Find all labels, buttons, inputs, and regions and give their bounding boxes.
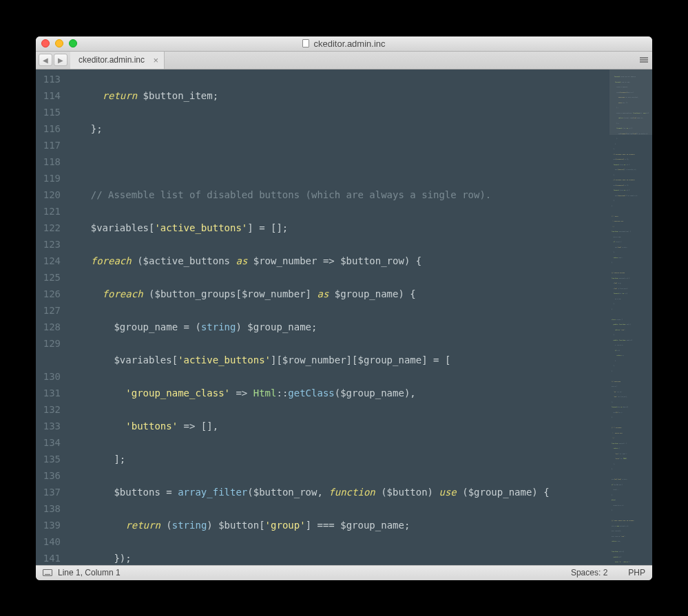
tab-active[interactable]: ckeditor.admin.inc × <box>70 52 165 69</box>
code-line[interactable]: 'group_name_class' => Html::getClass($gr… <box>67 385 609 401</box>
code-content[interactable]: return $button_item; }; // Assemble list… <box>67 70 609 565</box>
lineno[interactable]: 123 <box>36 236 61 253</box>
status-position[interactable]: Line 1, Column 1 <box>58 568 121 577</box>
lineno[interactable]: 118 <box>36 153 61 170</box>
traffic-lights <box>36 39 77 47</box>
code-line[interactable]: foreach ($button_groups[$row_number] as … <box>67 286 609 302</box>
lineno[interactable]: 139 <box>36 517 61 533</box>
lineno[interactable]: 137 <box>36 484 61 500</box>
lineno[interactable]: 131 <box>36 385 61 401</box>
code-line[interactable]: ]; <box>67 451 609 467</box>
lineno[interactable]: 119 <box>36 170 61 187</box>
code-line[interactable]: }); <box>67 550 609 565</box>
status-bar: Line 1, Column 1 Spaces: 2 PHP <box>36 565 652 580</box>
window-title-text: ckeditor.admin.inc <box>313 39 385 49</box>
code-line[interactable]: }; <box>67 120 609 137</box>
lineno[interactable]: 115 <box>36 104 61 120</box>
editor-window: ckeditor.admin.inc ◀ ▶ ckeditor.admin.in… <box>36 36 652 580</box>
lineno[interactable]: 113 <box>36 71 61 87</box>
lineno[interactable]: 116 <box>36 120 61 137</box>
minimap[interactable]: foreach xxxx xxx xx xxxxxx foreach xxx x… <box>609 70 652 565</box>
code-line[interactable]: // Assemble list of disabled buttons (wh… <box>67 187 609 203</box>
lineno[interactable]: 133 <box>36 418 61 434</box>
lineno[interactable]: 114 <box>36 87 61 104</box>
titlebar[interactable]: ckeditor.admin.inc <box>36 36 652 52</box>
code-line[interactable] <box>67 153 609 170</box>
editor-area[interactable]: 113 114 115 116 117 118 119 120 121 122 … <box>36 70 652 565</box>
lineno[interactable]: 120 <box>36 187 61 203</box>
lineno[interactable]: 122 <box>36 220 61 236</box>
tab-overflow-button[interactable] <box>636 52 652 69</box>
lineno[interactable]: 127 <box>36 302 61 319</box>
lineno[interactable]: 126 <box>36 286 61 302</box>
status-syntax[interactable]: PHP <box>628 568 645 577</box>
lineno[interactable]: 129 <box>36 335 61 352</box>
code-line[interactable]: return (string) $button['group'] === $gr… <box>67 517 609 533</box>
minimap-viewport[interactable] <box>609 70 652 135</box>
code-line[interactable]: $buttons = array_filter($button_row, fun… <box>67 484 609 500</box>
document-icon <box>302 39 309 47</box>
tab-bar: ◀ ▶ ckeditor.admin.inc × <box>36 52 652 70</box>
panel-icon[interactable] <box>43 569 52 576</box>
line-number-gutter[interactable]: 113 114 115 116 117 118 119 120 121 122 … <box>36 70 67 565</box>
lineno[interactable]: 128 <box>36 319 61 335</box>
code-line[interactable]: foreach ($active_buttons as $row_number … <box>67 253 609 269</box>
status-indent[interactable]: Spaces: 2 <box>571 568 607 577</box>
zoom-icon[interactable] <box>69 39 77 47</box>
lineno[interactable]: 138 <box>36 500 61 517</box>
lineno[interactable]: 140 <box>36 533 61 550</box>
tab-filler[interactable] <box>165 52 636 69</box>
lineno[interactable]: 121 <box>36 203 61 220</box>
lineno[interactable]: 124 <box>36 253 61 269</box>
tab-label: ckeditor.admin.inc <box>79 55 145 65</box>
tab-close-icon[interactable]: × <box>153 55 158 65</box>
nav-forward-button[interactable]: ▶ <box>54 54 67 66</box>
code-line[interactable]: $group_name = (string) $group_name; <box>67 319 609 335</box>
minimize-icon[interactable] <box>55 39 63 47</box>
code-line[interactable]: $variables['active_buttons'][$row_number… <box>67 352 609 368</box>
lineno[interactable]: 134 <box>36 434 61 451</box>
lineno[interactable] <box>36 352 61 368</box>
lineno[interactable]: 136 <box>36 467 61 484</box>
nav-back-button[interactable]: ◀ <box>39 54 52 66</box>
close-icon[interactable] <box>41 39 50 47</box>
lineno[interactable]: 117 <box>36 137 61 153</box>
lineno[interactable]: 130 <box>36 368 61 385</box>
lineno[interactable]: 135 <box>36 451 61 467</box>
lineno[interactable]: 125 <box>36 269 61 286</box>
lineno[interactable]: 141 <box>36 550 61 565</box>
code-line[interactable]: $variables['active_buttons'] = []; <box>67 220 609 236</box>
lineno[interactable]: 132 <box>36 401 61 418</box>
code-line[interactable]: return $button_item; <box>67 87 609 104</box>
nav-buttons: ◀ ▶ <box>36 52 70 69</box>
code-line[interactable]: 'buttons' => [], <box>67 418 609 434</box>
window-title: ckeditor.admin.inc <box>36 39 652 49</box>
